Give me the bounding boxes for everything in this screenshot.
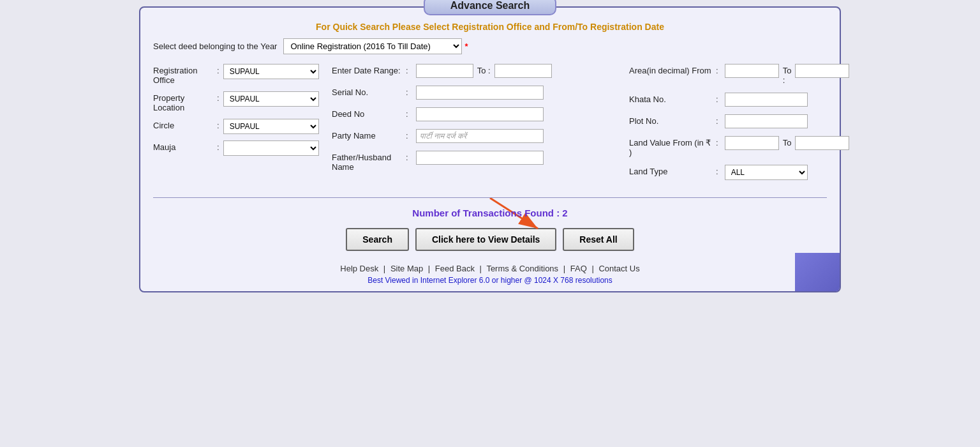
help-desk-link[interactable]: Help Desk (340, 264, 378, 273)
mauja-row: Mauja : (153, 140, 319, 156)
land-value-from-input[interactable] (725, 136, 779, 150)
deed-no-label: Deed No (332, 107, 402, 119)
feed-back-link[interactable]: Feed Back (435, 264, 475, 273)
property-location-row: Property Location : SUPAUL (153, 91, 319, 112)
circle-row: Circle : SUPAUL (153, 119, 319, 134)
serial-no-row: Serial No. : (332, 86, 616, 100)
circle-label: Circle (153, 119, 217, 130)
area-from-input[interactable] (725, 64, 779, 78)
registration-office-row: Registration Office : SUPAUL (153, 64, 319, 85)
quick-search-tip: For Quick Search Please Select Registrat… (140, 22, 840, 32)
date-to-input[interactable] (494, 64, 552, 78)
main-container: Advance Search For Quick Search Please S… (139, 6, 841, 292)
mauja-select[interactable] (223, 140, 319, 156)
mauja-label: Mauja (153, 140, 217, 152)
left-column: Registration Office : SUPAUL Property Lo… (153, 64, 319, 188)
faq-link[interactable]: FAQ (570, 264, 587, 273)
khata-no-row: Khata No. : (629, 93, 827, 107)
deed-no-input[interactable] (416, 107, 544, 121)
transactions-count: Number of Transactions Found : 2 (140, 204, 840, 218)
transactions-section: Number of Transactions Found : 2 (140, 204, 840, 218)
party-name-row: Party Name : (332, 129, 616, 143)
serial-no-label: Serial No. (332, 86, 402, 97)
date-to-label: To : (477, 64, 491, 75)
page-title: Advance Search (424, 0, 557, 15)
contact-link[interactable]: Contact Us (598, 264, 639, 273)
land-type-label: Land Type (629, 165, 712, 176)
footer-links: Help Desk | Site Map | Feed Back | Terms… (140, 264, 840, 273)
form-section: Registration Office : SUPAUL Property Lo… (153, 64, 827, 188)
party-name-label: Party Name (332, 129, 402, 140)
father-husband-label: Father/Husband Name (332, 151, 402, 172)
land-value-label: Land Value From (in ₹ ) (629, 136, 712, 157)
year-label: Select deed belonging to the Year (153, 42, 277, 51)
plot-no-input[interactable] (725, 114, 808, 128)
required-marker: * (464, 42, 468, 51)
reset-all-button[interactable]: Reset All (563, 228, 634, 251)
deed-no-row: Deed No : (332, 107, 616, 121)
father-husband-row: Father/Husband Name : (332, 151, 616, 172)
property-location-label: Property Location (153, 91, 217, 112)
property-location-select[interactable]: SUPAUL (223, 91, 319, 107)
area-row: Area(in decimal) From : To : (629, 64, 827, 85)
terms-link[interactable]: Terms & Conditions (486, 264, 558, 273)
area-label: Area(in decimal) From (629, 64, 712, 75)
title-bar: Advance Search (140, 0, 840, 15)
area-to-input[interactable] (795, 64, 849, 78)
party-name-input[interactable] (416, 129, 544, 143)
khata-no-input[interactable] (725, 93, 808, 107)
land-value-to-label: To (783, 136, 792, 148)
area-to-label: To : (783, 64, 792, 85)
year-select[interactable]: Online Registration (2016 To Till Date) (283, 38, 462, 54)
land-value-row: Land Value From (in ₹ ) : To (629, 136, 827, 157)
date-range-row: Enter Date Range: : To : (332, 64, 616, 78)
bottom-right-graphic (795, 253, 840, 291)
search-button[interactable]: Search (346, 228, 409, 251)
registration-office-select[interactable]: SUPAUL (223, 64, 319, 79)
plot-no-label: Plot No. (629, 114, 712, 126)
middle-column: Enter Date Range: : To : Serial No. : De… (332, 64, 616, 188)
registration-office-label: Registration Office (153, 64, 217, 85)
circle-select[interactable]: SUPAUL (223, 119, 319, 134)
land-value-to-input[interactable] (795, 136, 849, 150)
right-column: Area(in decimal) From : To : Khata No. :… (629, 64, 827, 188)
footer: Help Desk | Site Map | Feed Back | Terms… (140, 264, 840, 285)
date-range-label: Enter Date Range: (332, 64, 402, 75)
father-husband-input[interactable] (416, 151, 544, 165)
browser-note: Best Viewed in Internet Explorer 6.0 or … (140, 276, 840, 285)
year-row: Select deed belonging to the Year Online… (153, 38, 827, 54)
plot-no-row: Plot No. : (629, 114, 827, 128)
serial-no-input[interactable] (416, 86, 544, 100)
khata-no-label: Khata No. (629, 93, 712, 104)
site-map-link[interactable]: Site Map (390, 264, 423, 273)
land-type-select[interactable]: ALL Agricultural Non-Agricultural (725, 165, 808, 180)
land-type-row: Land Type : ALL Agricultural Non-Agricul… (629, 165, 827, 180)
date-from-input[interactable] (416, 64, 473, 78)
